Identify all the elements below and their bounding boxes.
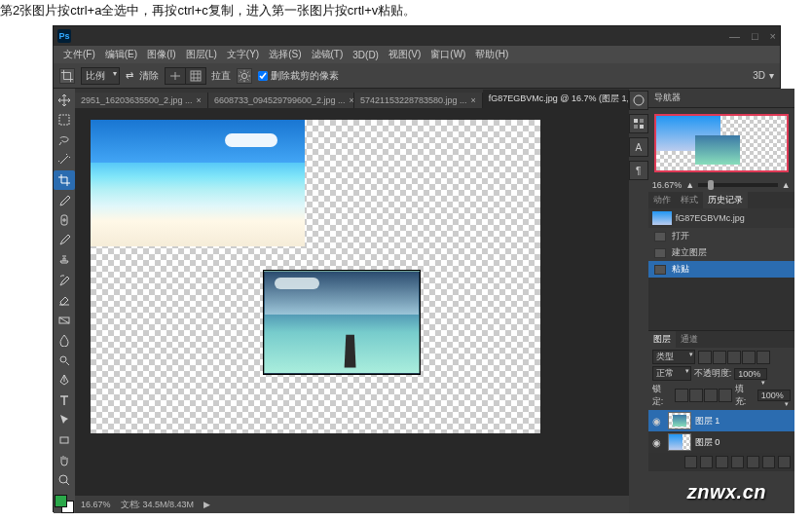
menu-image[interactable]: 图像(I) bbox=[143, 48, 179, 61]
document-canvas[interactable] bbox=[91, 120, 540, 433]
filter-shape-icon[interactable] bbox=[742, 351, 756, 364]
doc-tab-0[interactable]: 2951_16203635500_2.jpg ...× bbox=[75, 93, 208, 108]
layer-row-1[interactable]: ◉ 图层 1 bbox=[648, 410, 794, 431]
doc-tab-2[interactable]: 57421153228783580.jpg ...× bbox=[354, 93, 483, 108]
close-tab-icon[interactable]: × bbox=[197, 95, 202, 105]
hand-tool[interactable] bbox=[54, 451, 75, 470]
status-zoom[interactable]: 16.67% bbox=[81, 500, 111, 509]
blur-tool[interactable] bbox=[54, 330, 75, 350]
opacity-value[interactable]: 100% bbox=[734, 368, 767, 380]
lock-pixels-icon[interactable] bbox=[689, 389, 703, 402]
menu-help[interactable]: 帮助(H) bbox=[471, 48, 512, 61]
history-item-paste[interactable]: 粘贴 bbox=[648, 261, 794, 278]
swatches-panel-icon[interactable] bbox=[629, 114, 648, 133]
window-close-icon[interactable]: × bbox=[770, 30, 776, 42]
color-panel-icon[interactable] bbox=[629, 91, 648, 110]
brush-tool[interactable] bbox=[54, 231, 75, 250]
straighten-button[interactable] bbox=[165, 67, 186, 85]
menu-layer[interactable]: 图层(L) bbox=[182, 48, 221, 61]
dodge-tool[interactable] bbox=[54, 351, 75, 370]
healing-brush-tool[interactable] bbox=[54, 210, 75, 230]
layer-thumbnail[interactable] bbox=[668, 412, 691, 429]
menu-type[interactable]: 文字(Y) bbox=[223, 48, 263, 61]
paragraph-panel-icon[interactable]: ¶ bbox=[629, 161, 648, 180]
filter-type-icon[interactable] bbox=[727, 351, 741, 364]
preset-dropdown[interactable]: 比例 bbox=[81, 67, 120, 85]
eyedropper-tool[interactable] bbox=[54, 191, 75, 210]
crop-tool-icon[interactable] bbox=[59, 68, 75, 84]
arrow-down-icon[interactable]: ▾ bbox=[769, 70, 774, 81]
filter-pixel-icon[interactable] bbox=[698, 351, 712, 364]
layer-name[interactable]: 图层 0 bbox=[695, 436, 720, 449]
doc-tab-3[interactable]: fG87EGBVMc.jpg @ 16.7% (图层 1, RGB/8#) *× bbox=[483, 90, 629, 108]
lock-transparent-icon[interactable] bbox=[675, 389, 688, 402]
group-icon[interactable] bbox=[747, 456, 759, 468]
lock-position-icon[interactable] bbox=[704, 389, 718, 402]
history-document-header[interactable]: fG87EGBVMc.jpg bbox=[648, 208, 794, 228]
link-layers-icon[interactable] bbox=[684, 456, 697, 468]
history-item-new-layer[interactable]: 建立图层 bbox=[648, 244, 794, 261]
layer-kind-filter[interactable]: 类型 bbox=[652, 350, 695, 364]
delete-cropped-checkbox[interactable]: 删除裁剪的像素 bbox=[258, 69, 339, 83]
zoom-tool[interactable] bbox=[54, 470, 75, 490]
filter-smart-icon[interactable] bbox=[757, 351, 770, 364]
delete-layer-icon[interactable] bbox=[778, 456, 791, 468]
window-minimize-icon[interactable]: — bbox=[729, 30, 740, 42]
settings-gear-icon[interactable] bbox=[237, 68, 252, 84]
status-arrow-icon[interactable]: ▶ bbox=[203, 500, 210, 509]
3d-mode-button[interactable]: 3D bbox=[753, 70, 765, 81]
eraser-tool[interactable] bbox=[54, 290, 75, 310]
clone-stamp-tool[interactable] bbox=[54, 250, 75, 270]
history-brush-tool[interactable] bbox=[54, 271, 75, 290]
window-maximize-icon[interactable]: □ bbox=[752, 30, 758, 42]
visibility-eye-icon[interactable]: ◉ bbox=[652, 416, 664, 427]
layer-row-0[interactable]: ◉ 图层 0 bbox=[648, 431, 794, 453]
lasso-tool[interactable] bbox=[54, 130, 75, 150]
swap-dimensions-icon[interactable]: ⇄ bbox=[126, 70, 133, 81]
fill-value[interactable]: 100% bbox=[757, 390, 791, 401]
tab-history[interactable]: 历史记录 bbox=[703, 192, 748, 208]
close-tab-icon[interactable]: × bbox=[470, 95, 475, 105]
layer-thumbnail[interactable] bbox=[668, 433, 691, 451]
navigator-preview[interactable] bbox=[654, 114, 789, 172]
lock-all-icon[interactable] bbox=[719, 389, 732, 402]
history-item-open[interactable]: 打开 bbox=[648, 228, 794, 244]
visibility-eye-icon[interactable]: ◉ bbox=[652, 437, 664, 448]
menu-3d[interactable]: 3D(D) bbox=[349, 50, 383, 60]
magic-wand-tool[interactable] bbox=[54, 151, 75, 170]
zoom-out-icon[interactable]: ▲ bbox=[685, 180, 694, 190]
zoom-slider[interactable] bbox=[698, 183, 778, 187]
zoom-value[interactable]: 16.67% bbox=[652, 180, 683, 190]
blend-mode-dropdown[interactable]: 正常 bbox=[652, 366, 691, 381]
canvas-viewport[interactable] bbox=[75, 108, 629, 496]
character-panel-icon[interactable]: A bbox=[629, 137, 648, 157]
doc-tab-1[interactable]: 6608733_094529799600_2.jpg ...× bbox=[208, 93, 354, 108]
overlay-grid-icon[interactable] bbox=[185, 67, 206, 85]
marquee-tool[interactable] bbox=[54, 111, 75, 130]
clear-button[interactable]: 清除 bbox=[139, 69, 159, 83]
path-selection-tool[interactable] bbox=[54, 411, 75, 430]
menu-window[interactable]: 窗口(W) bbox=[426, 48, 469, 61]
tab-actions[interactable]: 动作 bbox=[648, 192, 676, 208]
gradient-tool[interactable] bbox=[54, 311, 75, 330]
tab-styles[interactable]: 样式 bbox=[676, 192, 703, 208]
adjustment-layer-icon[interactable] bbox=[731, 456, 744, 468]
layer-style-icon[interactable] bbox=[700, 456, 713, 468]
tab-layers[interactable]: 图层 bbox=[648, 331, 676, 348]
status-doc-info[interactable]: 文档: 34.5M/8.43M bbox=[121, 499, 195, 511]
tab-channels[interactable]: 通道 bbox=[676, 331, 703, 348]
menu-view[interactable]: 视图(V) bbox=[385, 48, 424, 61]
rectangle-tool[interactable] bbox=[54, 430, 75, 450]
filter-adjustment-icon[interactable] bbox=[713, 351, 726, 364]
menu-file[interactable]: 文件(F) bbox=[59, 48, 99, 61]
pen-tool[interactable] bbox=[54, 370, 75, 390]
layer-name[interactable]: 图层 1 bbox=[695, 415, 720, 428]
color-swatches[interactable] bbox=[55, 495, 74, 514]
type-tool[interactable] bbox=[54, 391, 75, 410]
new-layer-icon[interactable] bbox=[762, 456, 775, 468]
checkbox-input[interactable] bbox=[258, 71, 268, 81]
menu-filter[interactable]: 滤镜(T) bbox=[308, 48, 348, 61]
move-tool[interactable] bbox=[54, 91, 75, 110]
menu-select[interactable]: 选择(S) bbox=[265, 48, 305, 61]
crop-tool[interactable] bbox=[54, 170, 75, 190]
